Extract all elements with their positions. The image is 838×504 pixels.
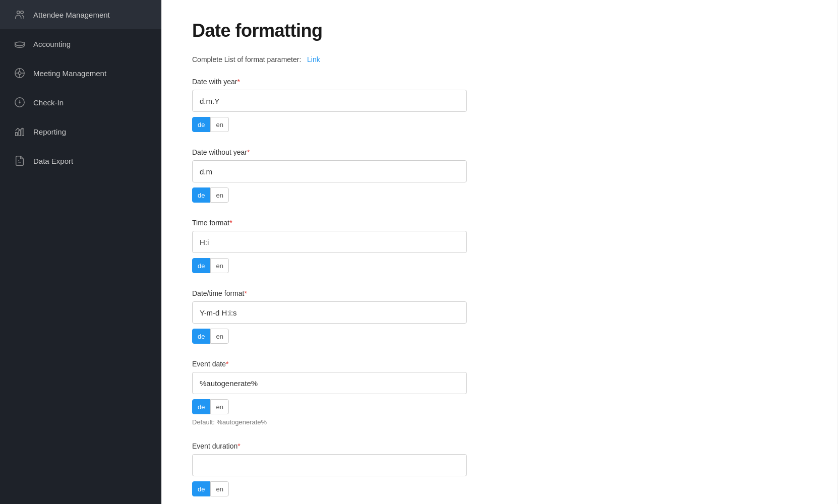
sidebar-item-label-meeting-management: Meeting Management [33,69,106,78]
field-section-time-format: Time format*deen [192,219,807,273]
page-title: Date formatting [192,20,807,41]
sidebar-item-label-accounting: Accounting [33,40,71,48]
lang-btn-en-time-format[interactable]: en [210,258,228,273]
lang-btn-de-event-duration[interactable]: de [192,481,210,496]
lang-btn-de-event-date[interactable]: de [192,399,210,414]
lang-buttons-date-without-year: deen [192,187,807,203]
sidebar: Attendee Management Accounting Meeting M… [0,0,161,504]
sidebar-item-data-export[interactable]: Data Export [0,146,161,175]
sidebar-item-label-attendee-management: Attendee Management [33,11,110,19]
lang-buttons-datetime-format: deen [192,329,807,344]
main-wrapper: Date formatting Complete List of format … [161,0,838,504]
sidebar-item-attendee-management[interactable]: Attendee Management [0,0,161,29]
sidebar-item-label-data-export: Data Export [33,157,73,165]
lang-buttons-date-with-year: deen [192,117,807,132]
sidebar-item-meeting-management[interactable]: Meeting Management [0,58,161,88]
field-label-event-date: Event date* [192,360,807,368]
lang-buttons-event-date: deen [192,399,807,414]
sidebar-item-check-in[interactable]: Check-In [0,88,161,117]
lang-btn-de-date-without-year[interactable]: de [192,187,210,203]
sidebar-item-accounting[interactable]: Accounting [0,29,161,58]
field-section-event-duration: Event duration*deen [192,442,807,496]
required-marker-datetime-format: * [244,289,247,297]
field-label-datetime-format: Date/time format* [192,289,807,297]
svg-rect-11 [16,133,18,136]
svg-rect-13 [22,129,24,136]
accounting-icon [14,38,25,49]
field-section-event-date: Event date*deenDefault: %autogenerate% [192,360,807,426]
lang-btn-en-event-date[interactable]: en [210,399,228,414]
field-input-event-date[interactable] [192,372,467,394]
format-link-label: Complete List of format parameter: [192,55,301,64]
field-section-datetime-format: Date/time format*deen [192,289,807,344]
svg-point-4 [18,72,21,75]
lang-btn-en-date-without-year[interactable]: en [210,187,228,203]
sidebar-item-label-check-in: Check-In [33,98,64,107]
svg-rect-12 [19,131,21,136]
svg-point-1 [21,11,24,14]
lang-btn-de-datetime-format[interactable]: de [192,329,210,344]
field-label-date-with-year: Date with year* [192,78,807,86]
checkin-icon [14,97,25,108]
sidebar-item-label-reporting: Reporting [33,128,66,136]
field-input-date-with-year[interactable] [192,90,467,112]
format-link-row: Complete List of format parameter: Link [192,55,807,64]
lang-btn-en-event-duration[interactable]: en [210,481,228,496]
dataexport-icon [14,155,25,166]
attendee-icon [14,9,25,20]
svg-point-0 [17,11,20,14]
lang-buttons-event-duration: deen [192,481,807,496]
field-input-time-format[interactable] [192,231,467,253]
lang-btn-en-date-with-year[interactable]: en [210,117,228,132]
default-hint-event-date: Default: %autogenerate% [192,418,807,426]
reporting-icon [14,126,25,137]
main-content: Date formatting Complete List of format … [162,0,837,504]
field-input-event-duration[interactable] [192,454,467,476]
format-link[interactable]: Link [307,55,320,64]
lang-btn-de-time-format[interactable]: de [192,258,210,273]
required-marker-date-with-year: * [237,78,240,86]
field-section-date-without-year: Date without year*deen [192,148,807,203]
lang-btn-de-date-with-year[interactable]: de [192,117,210,132]
required-marker-date-without-year: * [247,148,250,156]
required-marker-event-date: * [226,360,228,368]
field-label-time-format: Time format* [192,219,807,227]
field-input-datetime-format[interactable] [192,301,467,324]
svg-point-9 [15,98,24,107]
field-label-event-duration: Event duration* [192,442,807,450]
fields-container: Date with year*deenDate without year*dee… [192,78,807,496]
required-marker-event-duration: * [237,442,240,450]
lang-buttons-time-format: deen [192,258,807,273]
meeting-icon [14,68,25,79]
field-label-date-without-year: Date without year* [192,148,807,156]
field-section-date-with-year: Date with year*deen [192,78,807,132]
sidebar-item-reporting[interactable]: Reporting [0,117,161,146]
svg-point-10 [19,102,20,103]
field-input-date-without-year[interactable] [192,160,467,182]
lang-btn-en-datetime-format[interactable]: en [210,329,228,344]
required-marker-time-format: * [229,219,232,227]
